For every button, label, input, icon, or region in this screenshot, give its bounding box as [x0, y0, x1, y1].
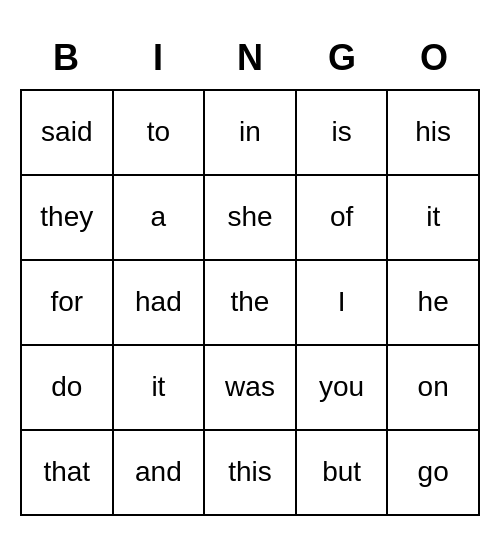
grid-cell-r3-c2[interactable]: was — [205, 346, 297, 431]
grid-cell-r4-c4[interactable]: go — [388, 431, 480, 516]
grid-cell-r0-c4[interactable]: his — [388, 91, 480, 176]
bingo-header: BINGO — [20, 29, 480, 87]
grid-cell-r3-c4[interactable]: on — [388, 346, 480, 431]
grid-cell-r2-c3[interactable]: I — [297, 261, 389, 346]
grid-cell-r2-c1[interactable]: had — [114, 261, 206, 346]
header-letter-b: B — [20, 29, 112, 87]
grid-cell-r4-c2[interactable]: this — [205, 431, 297, 516]
header-letter-g: G — [296, 29, 388, 87]
grid-cell-r4-c0[interactable]: that — [22, 431, 114, 516]
bingo-card: BINGO saidtoinishistheyasheofitforhadthe… — [20, 29, 480, 516]
grid-cell-r1-c3[interactable]: of — [297, 176, 389, 261]
grid-cell-r1-c2[interactable]: she — [205, 176, 297, 261]
grid-cell-r1-c0[interactable]: they — [22, 176, 114, 261]
grid-cell-r3-c1[interactable]: it — [114, 346, 206, 431]
grid-cell-r0-c0[interactable]: said — [22, 91, 114, 176]
header-letter-i: I — [112, 29, 204, 87]
grid-cell-r1-c4[interactable]: it — [388, 176, 480, 261]
bingo-grid: saidtoinishistheyasheofitforhadtheIhedoi… — [20, 89, 480, 516]
grid-cell-r3-c0[interactable]: do — [22, 346, 114, 431]
grid-cell-r4-c3[interactable]: but — [297, 431, 389, 516]
grid-cell-r3-c3[interactable]: you — [297, 346, 389, 431]
grid-cell-r2-c4[interactable]: he — [388, 261, 480, 346]
grid-cell-r0-c3[interactable]: is — [297, 91, 389, 176]
header-letter-n: N — [204, 29, 296, 87]
header-letter-o: O — [388, 29, 480, 87]
grid-cell-r2-c0[interactable]: for — [22, 261, 114, 346]
grid-cell-r1-c1[interactable]: a — [114, 176, 206, 261]
grid-cell-r0-c1[interactable]: to — [114, 91, 206, 176]
grid-cell-r4-c1[interactable]: and — [114, 431, 206, 516]
grid-cell-r2-c2[interactable]: the — [205, 261, 297, 346]
grid-cell-r0-c2[interactable]: in — [205, 91, 297, 176]
